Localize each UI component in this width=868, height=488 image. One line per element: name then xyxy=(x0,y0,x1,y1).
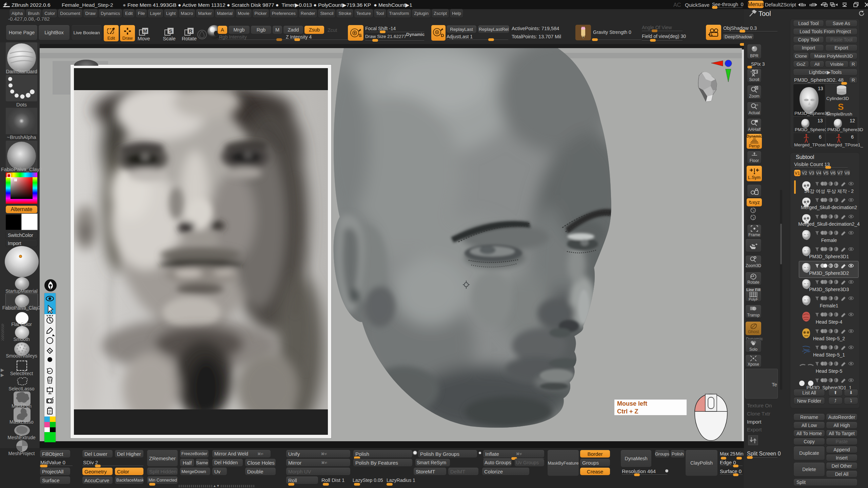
svg-text:M: M xyxy=(143,28,147,34)
svg-text:x1: x1 xyxy=(755,103,758,106)
svg-text:S: S xyxy=(838,102,844,111)
svg-text:R: R xyxy=(189,28,193,34)
svg-text:S: S xyxy=(169,28,172,34)
svg-text:⋮: ⋮ xyxy=(751,151,753,153)
svg-text:Y: Y xyxy=(753,209,755,213)
svg-text:D: D xyxy=(441,33,444,38)
svg-text:S: S xyxy=(359,33,362,38)
svg-text:Z: Z xyxy=(753,217,755,220)
